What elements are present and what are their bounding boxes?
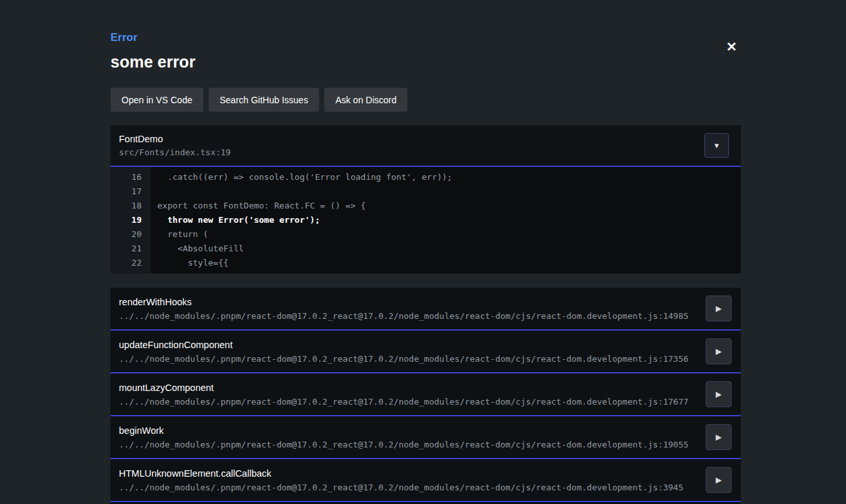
stack-frame-name: renderWithHooks — [119, 297, 706, 307]
line-number: 22 — [110, 258, 151, 268]
code-line: 17 — [110, 184, 741, 198]
stack-frame-name: mountLazyComponent — [119, 383, 706, 393]
stack-frame-info: updateFunctionComponent ../../node_modul… — [119, 340, 706, 364]
line-number: 21 — [110, 244, 151, 253]
stack-frame-path: ../../node_modules/.pnpm/react-dom@17.0.… — [119, 311, 706, 321]
frame-location: src/Fonts/index.tsx:19 — [119, 147, 231, 157]
play-triangle-icon: ▶ — [715, 304, 721, 313]
code-line: 19 throw new Error('some error'); — [110, 212, 741, 227]
code-snippet: 16 .catch((err) => console.log('Error lo… — [110, 167, 741, 273]
stack-frame-row: HTMLUnknownElement.callCallback ../../no… — [110, 459, 741, 502]
expand-frame-button[interactable]: ▶ — [706, 381, 732, 407]
stack-frame-list: renderWithHooks ../../node_modules/.pnpm… — [110, 288, 741, 504]
stack-frame-name: updateFunctionComponent — [119, 340, 706, 350]
error-kicker: Error — [110, 31, 741, 44]
stack-frame-row: updateFunctionComponent ../../node_modul… — [110, 331, 741, 373]
code-text: style={{ — [151, 258, 229, 268]
expand-frame-button[interactable]: ▶ — [706, 424, 732, 450]
code-line: 22 style={{ — [110, 255, 741, 270]
expand-frame-button[interactable]: ▶ — [706, 338, 732, 364]
stack-frame-path: ../../node_modules/.pnpm/react-dom@17.0.… — [119, 354, 706, 364]
collapse-frame-button[interactable]: ▼ — [704, 133, 729, 158]
stack-frame-info: renderWithHooks ../../node_modules/.pnpm… — [119, 297, 706, 321]
frame-header: FontDemo src/Fonts/index.tsx:19 ▼ — [110, 125, 741, 167]
expand-frame-button[interactable]: ▶ — [706, 296, 732, 321]
play-triangle-icon: ▶ — [715, 390, 721, 399]
code-line: 16 .catch((err) => console.log('Error lo… — [110, 170, 741, 184]
code-text: return ( — [151, 229, 208, 239]
stack-frame-info: HTMLUnknownElement.callCallback ../../no… — [119, 468, 706, 492]
code-line: 20 return ( — [110, 227, 741, 241]
stack-frame-info: beginWork ../../node_modules/.pnpm/react… — [119, 425, 706, 449]
code-text: export const FontDemo: React.FC = () => … — [151, 201, 366, 210]
line-number: 18 — [110, 201, 151, 210]
line-number: 19 — [110, 215, 151, 225]
play-triangle-icon: ▶ — [715, 475, 721, 485]
action-buttons: Open in VS Code Search GitHub Issues Ask… — [110, 88, 741, 112]
action-button[interactable]: Search GitHub Issues — [209, 88, 319, 112]
main-stack-frame: FontDemo src/Fonts/index.tsx:19 ▼ 16 .ca… — [110, 125, 741, 273]
stack-frame-row: renderWithHooks ../../node_modules/.pnpm… — [110, 288, 741, 331]
stack-frame-path: ../../node_modules/.pnpm/react-dom@17.0.… — [119, 440, 706, 449]
code-text: throw new Error('some error'); — [151, 215, 320, 225]
play-triangle-icon: ▶ — [715, 433, 721, 442]
stack-frame-info: mountLazyComponent ../../node_modules/.p… — [119, 383, 706, 407]
frame-header-text: FontDemo src/Fonts/index.tsx:19 — [119, 134, 231, 157]
action-button[interactable]: Open in VS Code — [110, 88, 203, 112]
line-number: 17 — [110, 186, 151, 196]
line-number: 16 — [110, 172, 151, 182]
error-overlay: Error some error Open in VS Code Search … — [110, 0, 741, 504]
play-triangle-icon: ▶ — [715, 347, 721, 356]
line-number: 20 — [110, 229, 151, 239]
stack-frame-path: ../../node_modules/.pnpm/react-dom@17.0.… — [119, 397, 706, 407]
stack-frame-row: beginWork ../../node_modules/.pnpm/react… — [110, 416, 741, 459]
code-text: <AbsoluteFill — [151, 244, 244, 253]
stack-frame-name: beginWork — [119, 425, 706, 436]
expand-frame-button[interactable]: ▶ — [706, 467, 732, 493]
stack-frame-path: ../../node_modules/.pnpm/react-dom@17.0.… — [119, 483, 706, 492]
code-line: 21 <AbsoluteFill — [110, 241, 741, 255]
chevron-down-icon: ▼ — [713, 142, 721, 149]
action-button[interactable]: Ask on Discord — [324, 88, 407, 112]
stack-frame-name: HTMLUnknownElement.callCallback — [119, 468, 706, 479]
code-text: .catch((err) => console.log('Error loadi… — [151, 172, 452, 182]
code-line: 18 export const FontDemo: React.FC = () … — [110, 198, 741, 212]
page-title: some error — [110, 53, 741, 71]
stack-frame-row: mountLazyComponent ../../node_modules/.p… — [110, 373, 741, 416]
frame-title: FontDemo — [119, 134, 231, 144]
